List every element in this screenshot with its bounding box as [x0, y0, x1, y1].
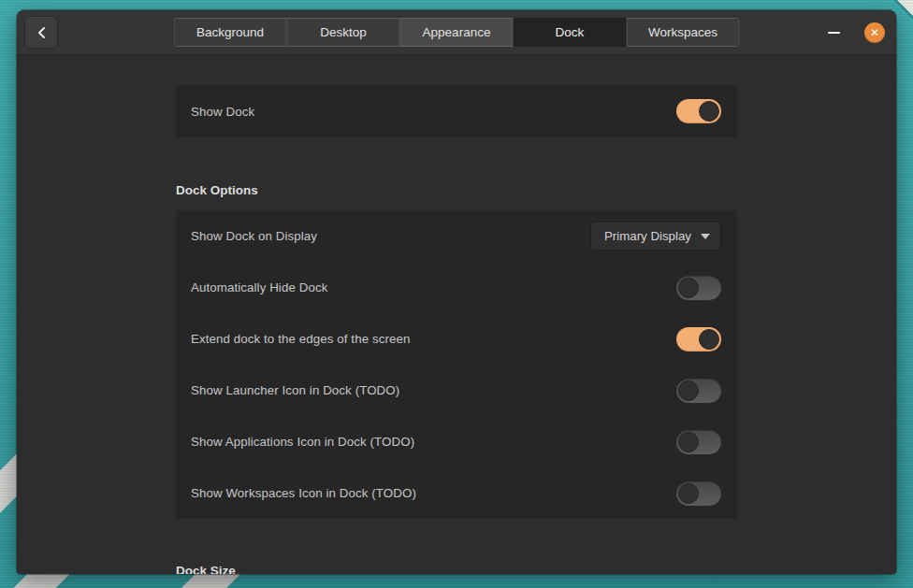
toggle-knob	[678, 380, 699, 401]
row-label: Show Dock on Display	[191, 229, 317, 243]
minimize-icon	[828, 32, 840, 34]
settings-row-show-launcher-icon-in-dock-todo: Show Launcher Icon in Dock (TODO)	[176, 365, 737, 416]
display-select[interactable]: Primary Display	[590, 222, 721, 251]
window-controls: ✕	[819, 19, 896, 47]
dropdown-caret-icon	[701, 234, 710, 239]
dock-settings-content: Show DockDock OptionsShow Dock on Displa…	[17, 55, 896, 574]
section-header-dock-options: Dock Options	[176, 184, 737, 197]
row-label: Show Workspaces Icon in Dock (TODO)	[191, 486, 416, 500]
tab-dock[interactable]: Dock	[514, 18, 627, 47]
toggle-automatically-hide-dock[interactable]	[676, 276, 721, 300]
toggle-show-workspaces-icon-in-dock-todo[interactable]	[676, 481, 721, 506]
settings-panel: Show Dock on DisplayPrimary DisplayAutom…	[176, 210, 737, 519]
tab-workspaces[interactable]: Workspaces	[627, 18, 740, 47]
toggle-knob	[699, 101, 719, 122]
row-label: Show Launcher Icon in Dock (TODO)	[191, 383, 399, 397]
toggle-knob	[678, 483, 699, 504]
toggle-show-launcher-icon-in-dock-todo[interactable]	[676, 379, 721, 403]
row-label: Extend dock to the edges of the screen	[191, 332, 410, 346]
headerbar: BackgroundDesktopAppearanceDockWorkspace…	[17, 10, 896, 55]
close-button[interactable]: ✕	[864, 22, 885, 43]
toggle-knob	[678, 432, 699, 452]
settings-row-show-dock: Show Dock	[176, 85, 737, 137]
toggle-extend-dock-to-the-edges-of-the-screen[interactable]	[676, 327, 721, 351]
toggle-show-dock[interactable]	[676, 99, 721, 123]
back-button[interactable]	[24, 16, 58, 49]
toggle-knob	[699, 329, 719, 350]
tab-background[interactable]: Background	[174, 18, 287, 47]
toggle-show-applications-icon-in-dock-todo[interactable]	[676, 430, 721, 454]
settings-row-extend-dock-to-the-edges-of-the-screen: Extend dock to the edges of the screen	[176, 313, 737, 365]
row-label: Show Dock	[191, 105, 254, 119]
settings-row-show-workspaces-icon-in-dock-todo: Show Workspaces Icon in Dock (TODO)	[176, 467, 737, 519]
chevron-left-icon	[36, 26, 47, 39]
tab-appearance[interactable]: Appearance	[400, 18, 514, 47]
row-label: Automatically Hide Dock	[191, 280, 327, 294]
row-label: Show Applications Icon in Dock (TODO)	[191, 435, 414, 449]
settings-row-show-dock-on-display: Show Dock on DisplayPrimary Display	[176, 210, 737, 262]
settings-window: BackgroundDesktopAppearanceDockWorkspace…	[17, 10, 896, 574]
section-header-dock-size: Dock Size	[176, 565, 737, 574]
settings-row-automatically-hide-dock: Automatically Hide Dock	[176, 262, 737, 313]
settings-panel: Show Dock	[176, 85, 737, 137]
minimize-button[interactable]	[819, 19, 848, 47]
select-value: Primary Display	[604, 229, 691, 243]
tab-desktop[interactable]: Desktop	[287, 18, 400, 47]
settings-tab-bar: BackgroundDesktopAppearanceDockWorkspace…	[174, 18, 740, 47]
toggle-knob	[678, 278, 699, 298]
settings-row-show-applications-icon-in-dock-todo: Show Applications Icon in Dock (TODO)	[176, 416, 737, 467]
